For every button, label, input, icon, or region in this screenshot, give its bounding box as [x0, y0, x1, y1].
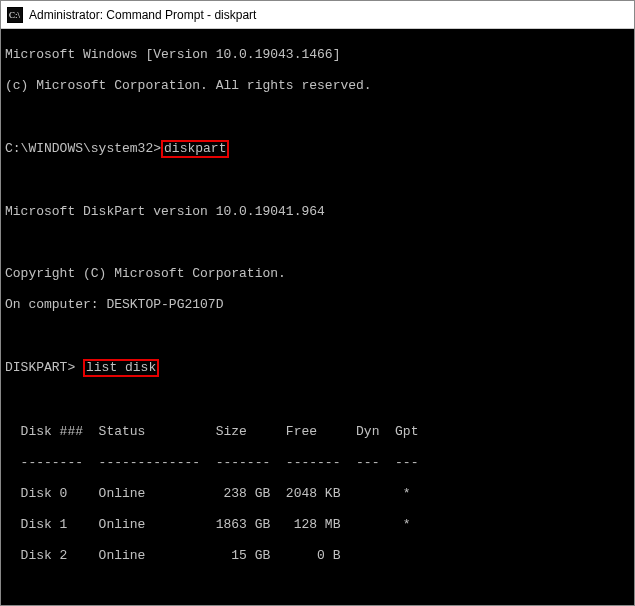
- prompt-line: DISKPART> list disk: [5, 359, 630, 377]
- diskpart-prompt: DISKPART>: [5, 360, 83, 375]
- text-line: Copyright (C) Microsoft Corporation.: [5, 266, 630, 282]
- path-prompt: C:\WINDOWS\system32>: [5, 141, 161, 156]
- window-title: Administrator: Command Prompt - diskpart: [29, 8, 256, 22]
- blank-line: [5, 579, 630, 595]
- blank-line: [5, 393, 630, 409]
- prompt-line: C:\WINDOWS\system32>diskpart: [5, 140, 630, 158]
- blank-line: [5, 173, 630, 189]
- table-rule: -------- ------------- ------- ------- -…: [5, 455, 630, 471]
- text-line: Microsoft Windows [Version 10.0.19043.14…: [5, 47, 630, 63]
- blank-line: [5, 109, 630, 125]
- cmd-window: C:\ Administrator: Command Prompt - disk…: [0, 0, 635, 606]
- titlebar[interactable]: C:\ Administrator: Command Prompt - disk…: [1, 1, 634, 29]
- table-row: Disk 0 Online 238 GB 2048 KB *: [5, 486, 630, 502]
- highlight-diskpart: diskpart: [161, 140, 229, 158]
- text-line: Microsoft DiskPart version 10.0.19041.96…: [5, 204, 630, 220]
- table-header: Disk ### Status Size Free Dyn Gpt: [5, 424, 630, 440]
- svg-text:C:\: C:\: [9, 10, 21, 20]
- table-row: Disk 1 Online 1863 GB 128 MB *: [5, 517, 630, 533]
- blank-line: [5, 328, 630, 344]
- table-row: Disk 2 Online 15 GB 0 B: [5, 548, 630, 564]
- cmd-icon: C:\: [7, 7, 23, 23]
- console-area[interactable]: Microsoft Windows [Version 10.0.19043.14…: [1, 29, 634, 605]
- text-line: On computer: DESKTOP-PG2107D: [5, 297, 630, 313]
- highlight-list-disk: list disk: [83, 359, 159, 377]
- blank-line: [5, 235, 630, 251]
- text-line: (c) Microsoft Corporation. All rights re…: [5, 78, 630, 94]
